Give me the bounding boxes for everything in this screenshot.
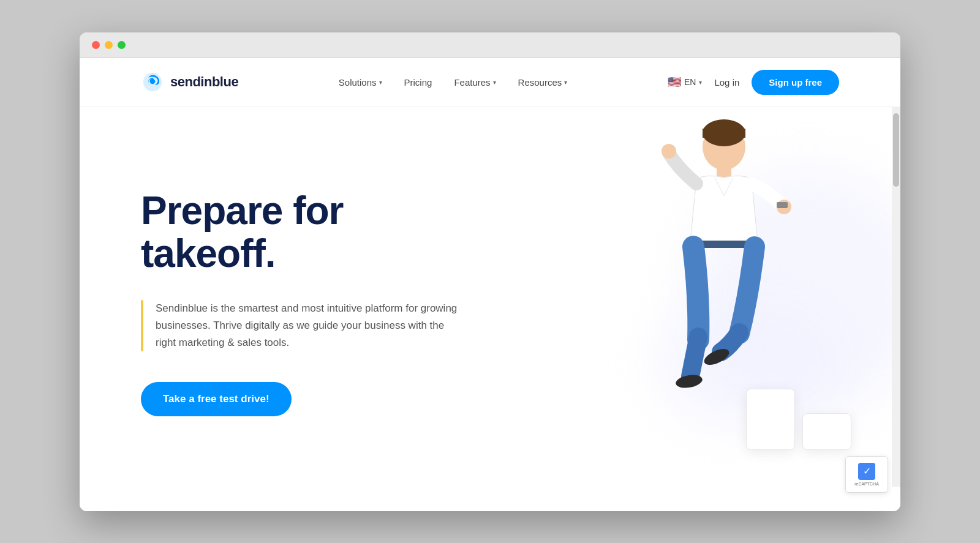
hero-title: Prepare for takeoff. xyxy=(141,189,459,275)
hero-left: Prepare for takeoff. Sendinblue is the s… xyxy=(141,189,459,416)
hero-right xyxy=(484,107,900,487)
minimize-button[interactable] xyxy=(105,41,113,49)
hero-person-illustration xyxy=(644,107,804,401)
person-svg xyxy=(644,107,804,413)
sendinblue-logo-icon xyxy=(141,70,164,94)
recaptcha-icon: ✓ xyxy=(858,463,875,480)
browser-chrome xyxy=(80,32,900,58)
nav-links: Solutions ▾ Pricing Features ▾ xyxy=(339,77,567,88)
logo-text: sendinblue xyxy=(170,74,238,90)
browser-window: sendinblue Solutions ▾ Pricing xyxy=(80,32,900,511)
page-content: sendinblue Solutions ▾ Pricing xyxy=(80,58,900,511)
hero-section: Prepare for takeoff. Sendinblue is the s… xyxy=(80,107,900,487)
scrollbar-thumb[interactable] xyxy=(893,113,899,187)
navbar: sendinblue Solutions ▾ Pricing xyxy=(80,58,900,107)
nav-item-features[interactable]: Features ▾ xyxy=(454,77,496,88)
close-button[interactable] xyxy=(92,41,100,49)
maximize-button[interactable] xyxy=(118,41,126,49)
lang-caret-icon: ▾ xyxy=(699,79,702,86)
features-caret-icon: ▾ xyxy=(493,79,496,86)
svg-point-4 xyxy=(662,144,676,159)
recaptcha-badge: ✓ reCAPTCHA xyxy=(845,456,888,493)
nav-item-solutions[interactable]: Solutions ▾ xyxy=(339,77,382,88)
resources-caret-icon: ▾ xyxy=(564,79,567,86)
solutions-caret-icon: ▾ xyxy=(379,79,382,86)
nav-right: 🇺🇸 EN ▾ Log in Sign up free xyxy=(668,70,839,95)
nav-item-pricing[interactable]: Pricing xyxy=(404,77,432,88)
login-link[interactable]: Log in xyxy=(714,77,739,88)
svg-rect-11 xyxy=(777,202,788,208)
us-flag-icon: 🇺🇸 xyxy=(668,75,681,89)
logo-area[interactable]: sendinblue xyxy=(141,70,238,94)
platform-block-short xyxy=(802,413,851,450)
yellow-accent-bar xyxy=(141,300,143,351)
nav-item-resources[interactable]: Resources ▾ xyxy=(518,77,568,88)
hero-description-block: Sendinblue is the smartest and most intu… xyxy=(141,300,459,351)
platform-block-tall xyxy=(746,389,795,450)
hero-description: Sendinblue is the smartest and most intu… xyxy=(156,300,459,351)
svg-rect-2 xyxy=(703,129,745,138)
cta-button[interactable]: Take a free test drive! xyxy=(141,382,292,416)
signup-button[interactable]: Sign up free xyxy=(752,70,839,95)
platform-blocks xyxy=(746,389,851,450)
scrollbar[interactable] xyxy=(892,107,900,487)
language-selector[interactable]: 🇺🇸 EN ▾ xyxy=(668,75,702,89)
